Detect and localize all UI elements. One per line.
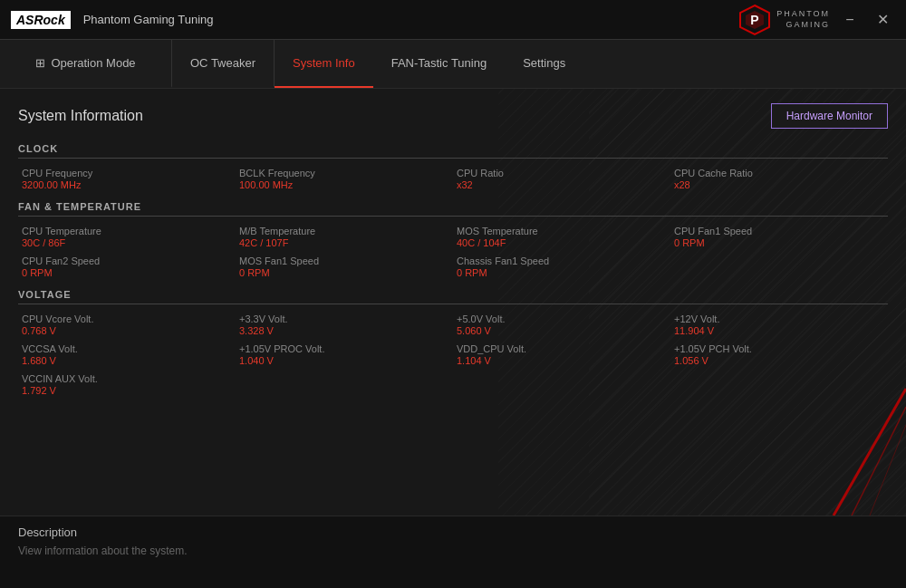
vccin-aux-volt-value: 1.792 V xyxy=(22,385,232,396)
tab-settings[interactable]: Settings xyxy=(505,40,583,88)
minimize-button[interactable]: − xyxy=(837,7,863,33)
cpu-fan1-speed-label: CPU Fan1 Speed xyxy=(674,226,884,236)
chassis-fan1-speed-value: 0 RPM xyxy=(457,267,667,278)
vccsa-volt-cell: VCCSA Volt. 1.680 V xyxy=(18,342,236,368)
cpu-cache-ratio-cell: CPU Cache Ratio x28 xyxy=(670,166,888,192)
cpu-frequency-value: 3200.00 MHz xyxy=(22,179,232,190)
main-content: System Information Hardware Monitor CLOC… xyxy=(0,89,906,516)
bclk-frequency-cell: BCLK Frequency 100.00 MHz xyxy=(236,166,453,192)
svg-line-5 xyxy=(870,425,906,516)
vccin-aux-volt-label: VCCIN AUX Volt. xyxy=(22,373,232,384)
hardware-monitor-button[interactable]: Hardware Monitor xyxy=(771,103,888,129)
cpu-vcore-label: CPU Vcore Volt. xyxy=(22,313,232,324)
mos-temp-cell: MOS Temperature 40C / 104F xyxy=(453,224,670,250)
cpu-fan1-speed-cell: CPU Fan1 Speed 0 RPM xyxy=(670,224,888,250)
tab-settings-label: Settings xyxy=(523,56,565,70)
cpu-fan2-speed-value: 0 RPM xyxy=(22,267,232,278)
mb-temp-value: 42C / 107F xyxy=(239,237,449,248)
105v-pch-volt-label: +1.05V PCH Volt. xyxy=(674,343,884,354)
12v-volt-cell: +12V Volt. 11.904 V xyxy=(670,312,888,338)
bclk-frequency-label: BCLK Frequency xyxy=(239,168,449,178)
svg-text:P: P xyxy=(750,13,758,27)
mos-fan1-speed-cell: MOS Fan1 Speed 0 RPM xyxy=(236,254,453,280)
mos-temp-label: MOS Temperature xyxy=(457,226,667,236)
vdd-cpu-volt-value: 1.104 V xyxy=(457,355,667,366)
cpu-frequency-label: CPU Frequency xyxy=(22,168,232,178)
empty-cell-1 xyxy=(670,254,888,280)
asrock-logo: ASRock xyxy=(11,11,71,29)
titlebar: ASRock Phantom Gaming Tuning P PHANTOM G… xyxy=(0,0,906,40)
tab-operation-mode[interactable]: ⊞ Operation Mode xyxy=(0,40,172,88)
mb-temp-cell: M/B Temperature 42C / 107F xyxy=(236,224,453,250)
vdd-cpu-volt-cell: VDD_CPU Volt. 1.104 V xyxy=(453,342,670,368)
titlebar-right: P PHANTOM GAMING − ✕ xyxy=(738,4,895,36)
svg-line-4 xyxy=(852,407,906,516)
bclk-frequency-value: 100.00 MHz xyxy=(239,179,449,190)
description-text: View information about the system. xyxy=(18,545,888,557)
system-info-title: System Information xyxy=(18,108,143,124)
cpu-vcore-cell: CPU Vcore Volt. 0.768 V xyxy=(18,312,236,338)
mb-temp-label: M/B Temperature xyxy=(239,226,449,236)
cpu-cache-ratio-value: x28 xyxy=(674,179,884,190)
tab-fan-tastic[interactable]: FAN-Tastic Tuning xyxy=(373,40,506,88)
tab-fan-label: FAN-Tastic Tuning xyxy=(391,56,487,70)
cpu-temp-cell: CPU Temperature 30C / 86F xyxy=(18,224,236,250)
navbar: ⊞ Operation Mode OC Tweaker System Info … xyxy=(0,40,906,89)
mos-fan1-speed-label: MOS Fan1 Speed xyxy=(239,255,449,266)
cpu-fan2-speed-label: CPU Fan2 Speed xyxy=(22,255,232,266)
tab-operation-label: Operation Mode xyxy=(51,56,135,70)
33v-volt-cell: +3.3V Volt. 3.328 V xyxy=(236,312,453,338)
clock-section-header: CLOCK xyxy=(18,143,888,159)
fan-temp-section-header: FAN & TEMPERATURE xyxy=(18,201,888,217)
empty-v4 xyxy=(670,371,888,398)
voltage-section: VOLTAGE CPU Vcore Volt. 0.768 V +3.3V Vo… xyxy=(18,289,888,398)
phantom-gaming-text: PHANTOM GAMING xyxy=(776,9,830,30)
vccin-aux-volt-cell: VCCIN AUX Volt. 1.792 V xyxy=(18,371,236,398)
content-area: System Information Hardware Monitor CLOC… xyxy=(0,89,906,421)
5v-volt-value: 5.060 V xyxy=(457,325,667,336)
fan-temp-section: FAN & TEMPERATURE CPU Temperature 30C / … xyxy=(18,201,888,280)
clock-data-grid: CPU Frequency 3200.00 MHz BCLK Frequency… xyxy=(18,166,888,192)
cpu-fan2-speed-cell: CPU Fan2 Speed 0 RPM xyxy=(18,254,236,280)
mos-fan1-speed-value: 0 RPM xyxy=(239,267,449,278)
description-bar: Description View information about the s… xyxy=(0,516,906,588)
vdd-cpu-volt-label: VDD_CPU Volt. xyxy=(457,343,667,354)
phantom-gaming-logo: P PHANTOM GAMING xyxy=(738,4,830,36)
33v-volt-label: +3.3V Volt. xyxy=(239,313,449,324)
cpu-frequency-cell: CPU Frequency 3200.00 MHz xyxy=(18,166,236,192)
cpu-ratio-cell: CPU Ratio x32 xyxy=(453,166,670,192)
105v-pch-volt-cell: +1.05V PCH Volt. 1.056 V xyxy=(670,342,888,368)
cpu-ratio-label: CPU Ratio xyxy=(457,168,667,178)
vccsa-volt-value: 1.680 V xyxy=(22,355,232,366)
tab-oc-label: OC Tweaker xyxy=(190,56,255,70)
mos-temp-value: 40C / 104F xyxy=(457,237,667,248)
phantom-gaming-icon: P xyxy=(738,4,771,36)
tab-oc-tweaker[interactable]: OC Tweaker xyxy=(172,40,275,88)
empty-v3 xyxy=(453,371,670,398)
5v-volt-label: +5.0V Volt. xyxy=(457,313,667,324)
33v-volt-value: 3.328 V xyxy=(239,325,449,336)
chassis-fan1-speed-label: Chassis Fan1 Speed xyxy=(457,255,667,266)
105v-proc-volt-cell: +1.05V PROC Volt. 1.040 V xyxy=(236,342,453,368)
cpu-cache-ratio-label: CPU Cache Ratio xyxy=(674,168,884,178)
cpu-temp-value: 30C / 86F xyxy=(22,237,232,248)
105v-pch-volt-value: 1.056 V xyxy=(674,355,884,366)
12v-volt-label: +12V Volt. xyxy=(674,313,884,324)
description-title: Description xyxy=(18,525,888,539)
titlebar-left: ASRock Phantom Gaming Tuning xyxy=(11,11,214,29)
vccsa-volt-label: VCCSA Volt. xyxy=(22,343,232,354)
app-title: Phantom Gaming Tuning xyxy=(83,13,214,26)
5v-volt-cell: +5.0V Volt. 5.060 V xyxy=(453,312,670,338)
12v-volt-value: 11.904 V xyxy=(674,325,884,336)
cpu-temp-label: CPU Temperature xyxy=(22,226,232,236)
voltage-data-grid: CPU Vcore Volt. 0.768 V +3.3V Volt. 3.32… xyxy=(18,312,888,398)
cpu-ratio-value: x32 xyxy=(457,179,667,190)
cpu-fan1-speed-value: 0 RPM xyxy=(674,237,884,248)
grid-icon: ⊞ xyxy=(35,56,45,70)
tab-system-info[interactable]: System Info xyxy=(275,40,373,88)
105v-proc-volt-label: +1.05V PROC Volt. xyxy=(239,343,449,354)
close-button[interactable]: ✕ xyxy=(870,7,895,33)
105v-proc-volt-value: 1.040 V xyxy=(239,355,449,366)
fan-temp-data-grid: CPU Temperature 30C / 86F M/B Temperatur… xyxy=(18,224,888,280)
voltage-section-header: VOLTAGE xyxy=(18,289,888,304)
